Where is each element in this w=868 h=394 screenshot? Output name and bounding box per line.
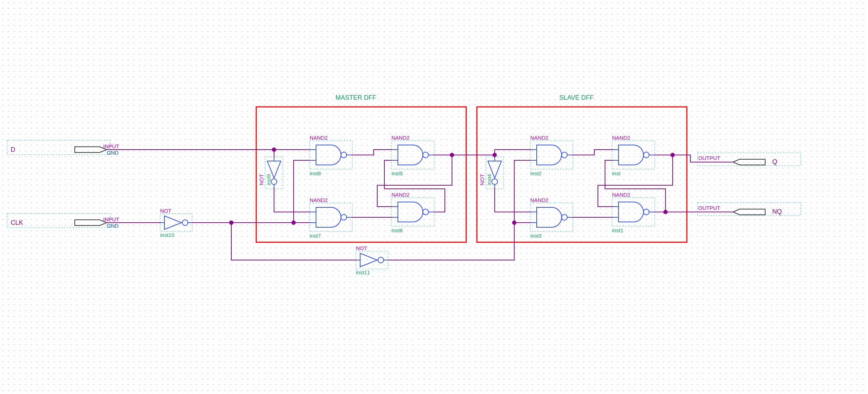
pin-d[interactable] [7, 140, 110, 155]
gate-inst7[interactable] [310, 203, 352, 232]
pin-nq-name: NQ [772, 208, 782, 215]
gate-inst2-type: NAND2 [530, 135, 548, 141]
pin-clk-gnd: GND [107, 223, 119, 229]
gate-inst8-type: NAND2 [310, 135, 328, 141]
gate-inst10-type: NOT [160, 208, 172, 214]
gate-inst6-type: NAND2 [391, 192, 410, 198]
schematic-canvas[interactable]: MASTER DFF SLAVE DFF D INPUT GND CLK INP… [0, 0, 868, 394]
pin-d-name: D [11, 146, 15, 153]
gate-inst8[interactable] [310, 141, 352, 169]
gate-inst4-inst: inst4 [486, 174, 492, 185]
master-title: MASTER DFF [336, 94, 377, 101]
gate-inst1[interactable] [612, 198, 655, 226]
gate-inst4-type: NOT [479, 174, 485, 185]
pin-q-type: OUTPUT [698, 155, 720, 161]
gate-inst-inst: inst [612, 170, 621, 176]
gate-inst9-inst: inst9 [265, 174, 272, 185]
gate-inst11-inst: inst11 [356, 269, 370, 275]
gate-inst3-type: NAND2 [530, 197, 548, 203]
gate-inst6-inst: inst6 [391, 227, 403, 233]
gate-inst[interactable] [612, 141, 655, 169]
gate-inst5-type: NAND2 [391, 135, 410, 141]
gate-inst8-inst: inst8 [310, 170, 321, 176]
gate-inst7-inst: inst7 [310, 233, 321, 239]
pin-d-type: INPUT [103, 143, 119, 149]
gate-inst10[interactable] [160, 214, 192, 232]
gate-inst10-inst: inst10 [160, 232, 174, 238]
gate-inst3-inst: inst3 [530, 233, 542, 239]
pin-d-gnd: GND [107, 150, 119, 156]
gate-inst9-type: NOT [258, 174, 264, 185]
slave-title: SLAVE DFF [559, 94, 594, 101]
gate-inst2[interactable] [530, 141, 573, 169]
master-box [256, 107, 466, 242]
pin-clk-name: CLK [11, 219, 23, 226]
gate-inst2-inst: inst2 [530, 170, 542, 176]
pin-nq-type: OUTPUT [698, 205, 720, 211]
gate-inst1-inst: inst1 [612, 227, 624, 233]
gate-inst3[interactable] [530, 203, 573, 232]
gate-inst1-type: NAND2 [612, 192, 630, 198]
gate-inst11[interactable] [356, 251, 388, 269]
gate-inst5-inst: inst5 [391, 170, 403, 176]
gate-inst5[interactable] [391, 141, 434, 169]
gate-inst11-type: NOT [356, 245, 367, 251]
slave-box [477, 107, 687, 242]
pin-clk-type: INPUT [103, 216, 119, 222]
pin-q-name: Q [772, 158, 777, 165]
gate-inst7-type: NAND2 [310, 197, 328, 203]
gate-inst-type: NAND2 [612, 135, 630, 141]
gate-inst6[interactable] [391, 198, 434, 226]
